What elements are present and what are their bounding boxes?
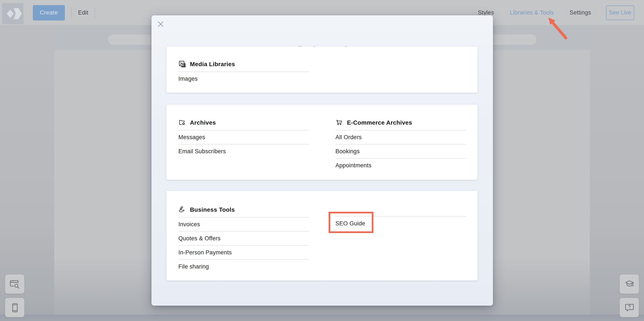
editor-screen: Create Edit Styles Libraries & Tools Set… [0, 0, 644, 321]
toolbar-separator [71, 7, 72, 18]
mobile-preview-button[interactable] [5, 298, 24, 317]
list-item-invoices[interactable]: Invoices [178, 218, 309, 231]
see-live-button[interactable]: See Live [606, 5, 634, 20]
toolbar-separator [599, 7, 599, 18]
section-heading-label: Business Tools [190, 206, 235, 213]
mobile-preview-icon [9, 302, 20, 313]
section-heading: E-Commerce Archives [336, 118, 466, 127]
list-item-file-sharing[interactable]: File sharing [178, 260, 309, 273]
list-item-all-orders[interactable]: All Orders [336, 130, 466, 144]
list-item-messages[interactable]: Messages [178, 130, 309, 144]
archives-column: Archives Messages Email Subscribers [178, 118, 309, 158]
media-libraries-card: Media Libraries Images [166, 46, 478, 93]
section-heading-label: E-Commerce Archives [347, 119, 412, 126]
section-heading-label: Media Libraries [190, 60, 235, 68]
list-item-email-subscribers[interactable]: Email Subscribers [178, 145, 309, 158]
media-libraries-column: Media Libraries Images [178, 59, 309, 85]
section-heading-label: Archives [190, 119, 216, 126]
graduation-cap-icon [624, 278, 635, 290]
tutorials-button[interactable] [620, 274, 639, 294]
shopping-cart-icon [336, 119, 343, 126]
toolbar-separator [95, 7, 95, 18]
nav-styles[interactable]: Styles [478, 10, 494, 16]
edit-button[interactable]: Edit [78, 10, 88, 16]
list-item-bookings[interactable]: Bookings [336, 145, 466, 158]
toolbar-separator [502, 7, 502, 18]
seo-guide-highlight-box [328, 212, 374, 233]
close-button[interactable] [155, 19, 166, 29]
annotation-arrow [542, 14, 572, 41]
help-chat-icon [624, 302, 635, 313]
libraries-tools-modal: Libraries & Tools Media Libraries Images [152, 15, 493, 306]
logo-arrows-icon [2, 3, 24, 24]
list-item-images[interactable]: Images [178, 72, 309, 85]
window-search-icon [9, 278, 20, 290]
archives-card: Archives Messages Email Subscribers E-Co… [166, 104, 478, 180]
create-button[interactable]: Create [33, 5, 65, 20]
help-button[interactable] [620, 298, 639, 317]
section-heading: Business Tools [178, 205, 309, 214]
ecommerce-archives-column: E-Commerce Archives All Orders Bookings … [336, 118, 466, 172]
page-bottom-edge [0, 314, 644, 321]
list-item-appointments[interactable]: Appointments [336, 159, 466, 172]
close-icon [157, 20, 164, 28]
section-heading: Media Libraries [178, 59, 309, 69]
section-heading: Archives [178, 118, 309, 127]
business-tools-column: Business Tools Invoices Quotes & Offers … [178, 205, 309, 273]
webnode-logo[interactable] [2, 3, 24, 24]
business-tools-card: Business Tools Invoices Quotes & Offers … [166, 191, 478, 280]
list-item-quotes-offers[interactable]: Quotes & Offers [178, 232, 309, 245]
list-item-in-person-payments[interactable]: In-Person Payments [178, 246, 309, 259]
site-search-preview-button[interactable] [5, 274, 24, 294]
hand-coin-icon [178, 206, 186, 214]
nav-settings[interactable]: Settings [570, 10, 591, 16]
images-stack-icon [178, 60, 186, 68]
folder-star-icon [178, 119, 186, 126]
